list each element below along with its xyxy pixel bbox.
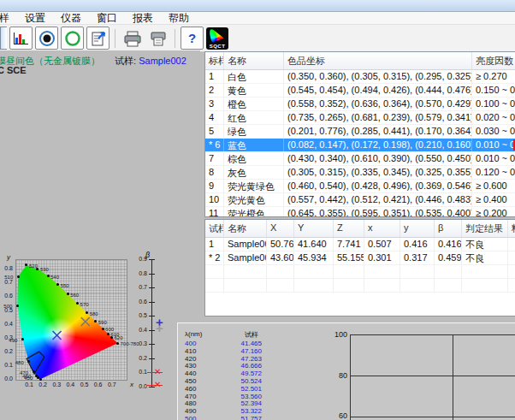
cell: 0.150 ~ 0.450 bbox=[472, 84, 515, 97]
cell: 棕色 bbox=[224, 152, 284, 165]
y-tick: 0.7 bbox=[1, 279, 13, 285]
sample-row-Sample001[interactable]: 1Sample00150.76441.6407.7410.5070.4160.4… bbox=[205, 238, 515, 251]
column-header[interactable]: y bbox=[400, 220, 435, 237]
column-header[interactable]: 名称 bbox=[224, 52, 284, 69]
cell: 0.416 bbox=[400, 238, 435, 251]
standard-row-棕色[interactable]: 7棕色(0.430, 0.340), (0.610, 0.390), (0.55… bbox=[205, 152, 515, 166]
cell: 0.030 ~ 0.120 bbox=[472, 125, 515, 138]
standard-row-白色[interactable]: 1白色(0.350, 0.360), (0.305, 0.315), (0.29… bbox=[205, 70, 515, 84]
beta-tick: 0.7 bbox=[133, 284, 147, 290]
standard-row-绿色[interactable]: 5绿色(0.201, 0.776), (0.285, 0.441), (0.17… bbox=[205, 125, 515, 139]
print-button[interactable] bbox=[121, 27, 144, 50]
standard-row-红色[interactable]: 4红色(0.735, 0.265), (0.681, 0.239), (0.57… bbox=[205, 111, 515, 125]
cell: ≥ 0.270 bbox=[472, 70, 515, 83]
standard-row-荧光黄绿色[interactable]: 9荧光黄绿色(0.460, 0.540), (0.428, 0.496), (0… bbox=[205, 180, 515, 193]
spectral-row-400: 40041.465 bbox=[185, 340, 262, 347]
standards-table-panel: 标样名称色品坐标亮度因数 1白色(0.350, 0.360), (0.305, … bbox=[204, 51, 515, 217]
cell: 荧光黄绿色 bbox=[224, 180, 284, 192]
page-out-icon bbox=[149, 30, 168, 47]
beta-tick: 0.2 bbox=[133, 355, 147, 361]
cell: 0.100 ~ 0.300 bbox=[472, 98, 515, 110]
reflectance-chart bbox=[350, 334, 515, 420]
cell: 5 bbox=[205, 125, 224, 138]
column-header[interactable]: 亮度因数 bbox=[472, 52, 515, 69]
spectral-panel: λ(nm) 试样 40041.46541047.16042047.2634304… bbox=[177, 322, 515, 420]
cell bbox=[267, 265, 294, 278]
cell: 50.764 bbox=[267, 238, 294, 251]
cell: 11 bbox=[205, 207, 224, 217]
cell bbox=[267, 279, 294, 292]
cell: Sample002 bbox=[224, 251, 267, 264]
cell: 9 bbox=[205, 180, 224, 192]
cell: 8 bbox=[205, 166, 224, 179]
menu-item-4[interactable]: 报表 bbox=[125, 11, 161, 26]
print-preview-button[interactable] bbox=[146, 27, 169, 50]
report-export-button[interactable] bbox=[86, 27, 110, 50]
calibration-button[interactable] bbox=[61, 27, 84, 50]
spectral-row-430: 43046.666 bbox=[185, 362, 262, 370]
printer-icon bbox=[123, 30, 142, 47]
sample-row-Sample002[interactable]: * 2Sample00243.60245.93455.1550.3010.317… bbox=[205, 251, 515, 265]
standard-row-蓝色[interactable]: * 6蓝色(0.082, 0.147), (0.172, 0.198), (0.… bbox=[205, 139, 515, 152]
cell: 0.020 ~ 0.150 bbox=[472, 111, 515, 124]
chart-tool-button[interactable] bbox=[9, 27, 33, 50]
cell: (0.735, 0.265), (0.681, 0.239), (0.579, … bbox=[284, 111, 472, 124]
cell: 橙色 bbox=[224, 98, 284, 110]
cell bbox=[364, 279, 400, 292]
column-header[interactable]: x bbox=[364, 220, 400, 237]
partial-toolbar-button[interactable] bbox=[0, 27, 7, 50]
beta-marker-plus: + bbox=[156, 322, 163, 334]
menu-item-5[interactable]: 帮助 bbox=[161, 11, 197, 26]
measure-target-button[interactable] bbox=[35, 27, 58, 50]
cell bbox=[462, 265, 508, 278]
current-sample-name[interactable]: Sample002 bbox=[139, 56, 186, 66]
cell bbox=[294, 265, 334, 278]
cell: 荧光橙色 bbox=[224, 207, 284, 217]
y-tick: 0.4 bbox=[1, 321, 13, 327]
standard-row-荧光黄色[interactable]: 10荧光黄色(0.557, 0.442), (0.512, 0.421), (0… bbox=[205, 193, 515, 207]
standard-row-黄色[interactable]: 2黄色(0.545, 0.454), (0.494, 0.426), (0.44… bbox=[205, 84, 515, 98]
cell: (0.645, 0.355), (0.595, 0.351), (0.535, … bbox=[284, 207, 472, 217]
column-header[interactable]: 试样 bbox=[205, 220, 224, 237]
x-tick: 0.7 bbox=[108, 382, 116, 387]
column-header[interactable]: 判定结果 bbox=[462, 220, 508, 237]
menu-item-3[interactable]: 窗口 bbox=[89, 11, 125, 26]
cell bbox=[334, 265, 364, 278]
cell: 7 bbox=[205, 152, 224, 165]
cell bbox=[435, 265, 462, 278]
column-header[interactable]: Y bbox=[294, 220, 334, 237]
standard-row-荧光橙色[interactable]: 11荧光橙色(0.645, 0.355), (0.595, 0.351), (0… bbox=[205, 207, 515, 217]
x-tick: 0.3 bbox=[52, 382, 61, 387]
column-header[interactable]: Z bbox=[334, 220, 364, 237]
menu-item-1[interactable]: 设置 bbox=[17, 11, 53, 26]
help-button[interactable]: ? bbox=[181, 27, 204, 50]
column-header[interactable]: 标样 bbox=[205, 52, 224, 69]
sqct-color-qc-app: { "menu": {"items": ["样", "设置", "仪器", "窗… bbox=[0, 0, 515, 420]
report-arrow-icon bbox=[90, 30, 107, 47]
cell: 灰色 bbox=[224, 166, 284, 179]
menu-item-2[interactable]: 仪器 bbox=[53, 11, 89, 26]
standard-row-灰色[interactable]: 8灰色(0.305, 0.315), (0.335, 0.345), (0.32… bbox=[205, 166, 515, 180]
cell bbox=[205, 265, 224, 278]
beta-tick: 0.9 bbox=[133, 256, 147, 262]
beta-tick: 0.6 bbox=[133, 299, 147, 305]
cell bbox=[462, 279, 508, 292]
column-header[interactable]: 料 bbox=[508, 220, 515, 237]
cell bbox=[334, 279, 364, 292]
menu-item-0[interactable]: 样 bbox=[0, 11, 17, 26]
sqct-logo[interactable]: SQCT bbox=[206, 27, 228, 50]
column-header[interactable]: 名称 bbox=[224, 220, 267, 237]
column-header[interactable]: β bbox=[435, 220, 462, 237]
cell: 0.459 bbox=[435, 251, 462, 264]
cell: (0.545, 0.454), (0.494, 0.426), (0.444, … bbox=[284, 84, 472, 97]
cell bbox=[400, 265, 435, 278]
cell: 0.010 ~ 0.100 bbox=[472, 139, 515, 151]
beta-tick: 0.0 bbox=[133, 383, 147, 389]
column-header[interactable]: X bbox=[267, 220, 294, 237]
column-header[interactable]: 色品坐标 bbox=[284, 52, 472, 69]
x-tick: 0.2 bbox=[38, 382, 47, 387]
cell: Sample001 bbox=[224, 238, 267, 251]
standard-row-橙色[interactable]: 3橙色(0.558, 0.352), (0.636, 0.364), (0.57… bbox=[205, 98, 515, 111]
y-tick: 0.3 bbox=[1, 334, 13, 340]
samples-table-panel: 试样名称XYZxyβ判定结果料 1Sample00150.76441.6407.… bbox=[204, 219, 515, 316]
